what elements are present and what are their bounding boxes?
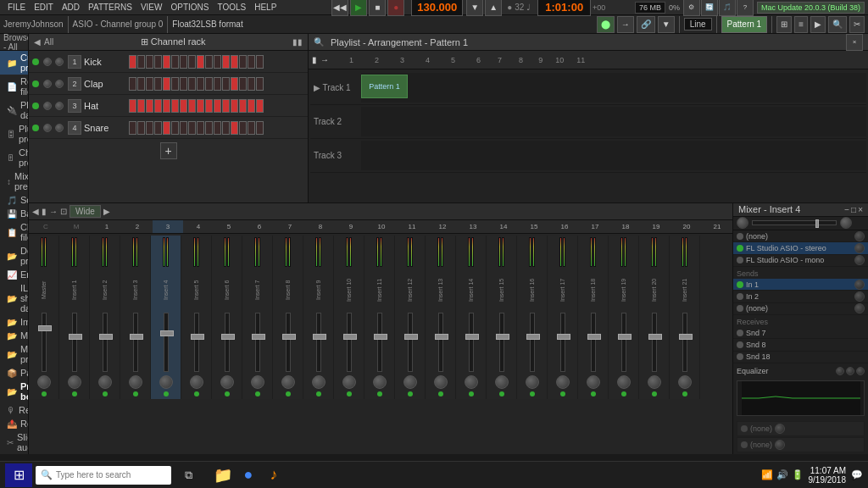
- mixer-fader-track-10[interactable]: [347, 313, 352, 372]
- fl-icon-3[interactable]: 🎵: [719, 0, 736, 16]
- fl-icon-1[interactable]: ⚙: [683, 0, 700, 16]
- playlist-close[interactable]: ×: [846, 34, 863, 51]
- mixer-channel-9[interactable]: Insert 9: [303, 236, 334, 399]
- mixer-fader-thumb-17[interactable]: [557, 334, 570, 340]
- send-none-knob[interactable]: [854, 303, 865, 313]
- pattern-button[interactable]: Pattern 1: [721, 16, 768, 33]
- mixer-fader-track-15[interactable]: [499, 313, 504, 372]
- sidebar-item-mixer-presets[interactable]: ↕ Mixer presets: [0, 169, 28, 193]
- effect-slot-2-knob[interactable]: [775, 440, 785, 450]
- sidebar-item-envelopes[interactable]: 📈 Envelopes: [0, 268, 28, 281]
- mixer-knob-0[interactable]: [37, 375, 51, 389]
- send-in1[interactable]: In 1: [733, 279, 868, 291]
- sidebar-item-my-projects[interactable]: 📂 My projects: [0, 342, 28, 366]
- insert-slot-knob-2[interactable]: [854, 255, 865, 265]
- mixer-knob-8[interactable]: [281, 375, 295, 389]
- mixer-fader-thumb-5[interactable]: [191, 334, 204, 340]
- taskbar-icon-chrome[interactable]: ●: [237, 464, 259, 486]
- mixer-channel-2[interactable]: Insert 2: [90, 236, 120, 399]
- effect-slot-1[interactable]: (none): [737, 421, 865, 436]
- mixer-fader-thumb-13[interactable]: [435, 334, 448, 340]
- eq-knob-1[interactable]: [836, 367, 844, 375]
- sidebar-item-current-project[interactable]: 📁 Current project: [0, 51, 28, 75]
- insert-slot-fl-studio-stereo[interactable]: FL Studio ASIO - stereo: [733, 242, 868, 254]
- mixer-fader-thumb-21[interactable]: [679, 334, 693, 340]
- mixer-channel-0[interactable]: Master: [29, 236, 59, 399]
- mixer-channel-21[interactable]: Insert 21: [670, 236, 700, 399]
- kick-steps[interactable]: [129, 55, 264, 69]
- menu-item-view[interactable]: VIEW: [136, 3, 167, 12]
- menu-item-tools[interactable]: TOOLS: [213, 3, 250, 12]
- bpm-down[interactable]: ▼: [466, 0, 483, 16]
- mixer-knob-6[interactable]: [220, 375, 234, 389]
- mixer-fader-track-0[interactable]: [42, 313, 47, 372]
- tb-play2[interactable]: ▶: [810, 16, 826, 33]
- mixer-knob-20[interactable]: [648, 375, 661, 389]
- mixer-fader-thumb-4[interactable]: [160, 330, 174, 336]
- insert-slot-fl-studio-mono[interactable]: FL Studio ASIO - mono: [733, 255, 868, 267]
- sidebar-item-plugin-database[interactable]: 🔌 Plugin database: [0, 98, 28, 122]
- sidebar-item-sliced-audio[interactable]: ✂ Sliced audio: [0, 430, 28, 454]
- mixer-mode-label[interactable]: Wide: [70, 205, 101, 218]
- eq-knob-2[interactable]: [846, 367, 854, 375]
- mixer-channel-6[interactable]: Insert 6: [212, 236, 242, 399]
- sidebar-item-rendered[interactable]: 📤 Rendered: [0, 417, 28, 430]
- mixer-knob-14[interactable]: [465, 375, 478, 389]
- eq-knob-3[interactable]: [856, 367, 865, 375]
- mixer-fader-track-14[interactable]: [469, 313, 474, 372]
- bpm-display[interactable]: 130.000: [411, 0, 463, 16]
- tb-btn-2[interactable]: →: [617, 16, 634, 33]
- clap-knob1[interactable]: [43, 80, 52, 88]
- mixer-fader-thumb-9[interactable]: [313, 334, 326, 340]
- mixer-channel-3[interactable]: Insert 3: [120, 236, 151, 399]
- sidebar-item-scores[interactable]: 🎵 Scores: [0, 193, 28, 207]
- mixer-channel-15[interactable]: Insert 15: [487, 236, 517, 399]
- fl-icon-4[interactable]: ?: [737, 0, 754, 16]
- network-icon[interactable]: 📶: [761, 469, 773, 480]
- mixer-knob-5[interactable]: [190, 375, 203, 389]
- mixer-fader-track-2[interactable]: [103, 313, 108, 372]
- insert-slot-knob-0[interactable]: [854, 231, 865, 241]
- send-in2[interactable]: In 2: [733, 291, 868, 302]
- insert-slot-knob-1[interactable]: [854, 243, 865, 253]
- sidebar-item-packs[interactable]: 📦 Packs: [0, 366, 28, 380]
- mixer-fader-thumb-11[interactable]: [374, 334, 387, 340]
- mixer-fader-track-5[interactable]: [194, 313, 199, 372]
- insert-stereo-knob[interactable]: [840, 217, 852, 229]
- receive-snd7[interactable]: Snd 7: [733, 327, 868, 339]
- mixer-fader-thumb-7[interactable]: [252, 334, 265, 340]
- mixer-channel-10[interactable]: Insert 10: [334, 236, 364, 399]
- mixer-fader-track-6[interactable]: [225, 313, 230, 372]
- mixer-fader-track-21[interactable]: [682, 313, 687, 372]
- add-channel-button[interactable]: +: [160, 142, 177, 159]
- mixer-knob-16[interactable]: [526, 375, 539, 389]
- sidebar-item-recorded[interactable]: 🎙 Recorded: [0, 403, 28, 417]
- mixer-channel-18[interactable]: Insert 18: [578, 236, 609, 399]
- mixer-fader-track-8[interactable]: [286, 313, 291, 372]
- mixer-fader-thumb-15[interactable]: [496, 334, 509, 340]
- mixer-channel-12[interactable]: Insert 12: [395, 236, 426, 399]
- mixer-fader-track-13[interactable]: [438, 313, 443, 372]
- mixer-channel-13[interactable]: Insert 13: [426, 236, 456, 399]
- tb-snap[interactable]: ⊞: [776, 16, 792, 33]
- clap-knob2[interactable]: [55, 80, 64, 88]
- mixer-fader-thumb-16[interactable]: [526, 334, 540, 340]
- mixer-fader-track-17[interactable]: [560, 313, 565, 372]
- sidebar-item-il-shared[interactable]: 📂 IL shared data: [0, 281, 28, 315]
- sidebar-item-recent-files[interactable]: 📄 Recent files: [0, 75, 28, 98]
- windows-start-button[interactable]: ⊞: [5, 463, 32, 487]
- mixer-channel-20[interactable]: Insert 20: [639, 236, 670, 399]
- mixer-knob-11[interactable]: [373, 375, 387, 389]
- sidebar-item-backup[interactable]: 💾 Backup: [0, 207, 28, 220]
- insert-fader-thumb[interactable]: [815, 219, 819, 228]
- effect-slot-2[interactable]: (none): [737, 437, 865, 452]
- snare-knob1[interactable]: [43, 124, 52, 132]
- sidebar-item-plugin-presets[interactable]: 🎛 Plugin presets: [0, 122, 28, 146]
- sidebar-item-impulses[interactable]: 📂 Impulses: [0, 315, 28, 329]
- mixer-knob-3[interactable]: [129, 375, 142, 389]
- mixer-knob-15[interactable]: [495, 375, 509, 389]
- volume-icon[interactable]: 🔊: [776, 469, 788, 480]
- hat-steps[interactable]: [129, 99, 264, 113]
- taskbar-icon-explorer[interactable]: 📁: [212, 464, 234, 486]
- record-button[interactable]: ●: [387, 0, 404, 16]
